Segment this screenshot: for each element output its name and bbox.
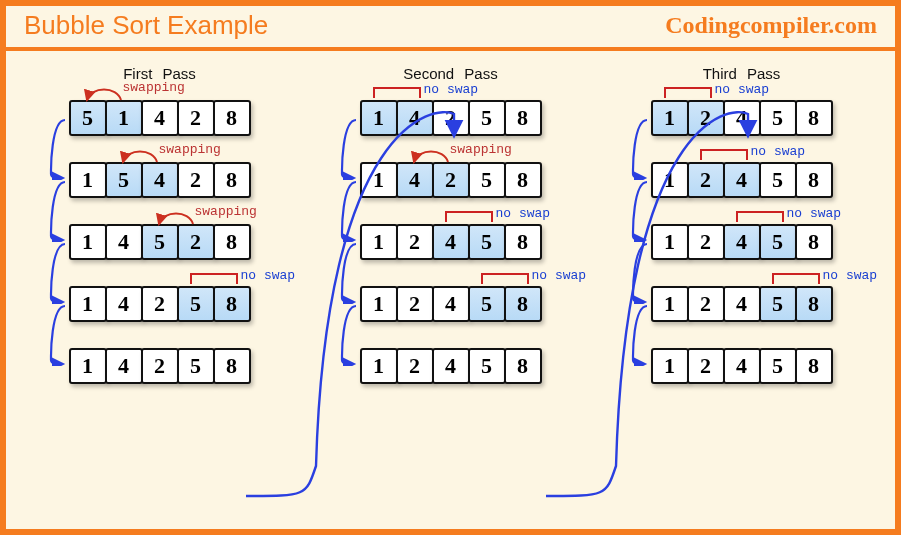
array-state: 51428swapping bbox=[69, 100, 251, 136]
array-cell: 2 bbox=[687, 162, 725, 198]
array-cell: 1 bbox=[651, 100, 689, 136]
flow-arrow-icon bbox=[338, 242, 362, 308]
array-cell: 5 bbox=[468, 348, 506, 384]
array-cell: 5 bbox=[105, 162, 143, 198]
array-cell: 5 bbox=[69, 100, 107, 136]
pass-title: Second Pass bbox=[403, 65, 497, 82]
array-state: 12458 bbox=[360, 348, 542, 384]
array-cell: 4 bbox=[723, 100, 761, 136]
array-cell: 4 bbox=[723, 286, 761, 322]
pass-title: Third Pass bbox=[703, 65, 781, 82]
array-cell: 4 bbox=[432, 348, 470, 384]
noswap-label: no swap bbox=[823, 268, 878, 283]
array-cell: 4 bbox=[105, 224, 143, 260]
array-cell: 2 bbox=[177, 224, 215, 260]
flow-arrow-icon bbox=[338, 118, 362, 184]
array-cell: 1 bbox=[651, 286, 689, 322]
array-cell: 5 bbox=[759, 348, 797, 384]
pass-column: First Pass51428swapping15428swapping1452… bbox=[20, 59, 299, 517]
array-cell: 8 bbox=[795, 348, 833, 384]
array-cell: 4 bbox=[723, 224, 761, 260]
array-state: 14258no swap bbox=[69, 286, 251, 322]
flow-arrow-icon bbox=[629, 242, 653, 308]
swap-label: swapping bbox=[159, 142, 221, 157]
array-cell: 1 bbox=[69, 162, 107, 198]
array-cell: 5 bbox=[759, 162, 797, 198]
array-cell: 5 bbox=[759, 286, 797, 322]
array-cell: 1 bbox=[360, 348, 398, 384]
array-cell: 2 bbox=[141, 348, 179, 384]
array-cell: 4 bbox=[141, 162, 179, 198]
noswap-label: no swap bbox=[241, 268, 296, 283]
array-state: 12458no swap bbox=[651, 286, 833, 322]
array-cell: 1 bbox=[69, 224, 107, 260]
flow-arrow-icon bbox=[47, 118, 71, 184]
array-cell: 8 bbox=[213, 162, 251, 198]
array-cell: 8 bbox=[504, 100, 542, 136]
flow-arrow-icon bbox=[47, 304, 71, 370]
array-cell: 5 bbox=[759, 100, 797, 136]
array-cell: 1 bbox=[651, 224, 689, 260]
array-cell: 8 bbox=[213, 100, 251, 136]
flow-arrow-icon bbox=[629, 180, 653, 246]
pass-column: Third Pass12458no swap12458no swap12458n… bbox=[602, 59, 881, 517]
array-cell: 5 bbox=[468, 100, 506, 136]
array-cell: 2 bbox=[177, 100, 215, 136]
array-cell: 1 bbox=[69, 348, 107, 384]
array-cell: 2 bbox=[687, 348, 725, 384]
array-cell: 4 bbox=[723, 162, 761, 198]
array-cell: 8 bbox=[795, 286, 833, 322]
array-cell: 2 bbox=[396, 224, 434, 260]
array-state: 12458 bbox=[651, 348, 833, 384]
array-cell: 8 bbox=[795, 224, 833, 260]
array-cell: 4 bbox=[141, 100, 179, 136]
flow-arrow-icon bbox=[47, 242, 71, 308]
array-cell: 1 bbox=[360, 224, 398, 260]
title-bar: Bubble Sort Example Codingcompiler.com bbox=[6, 6, 895, 51]
array-cell: 8 bbox=[504, 348, 542, 384]
array-cell: 2 bbox=[687, 286, 725, 322]
array-state: 12458no swap bbox=[360, 286, 542, 322]
array-cell: 1 bbox=[360, 162, 398, 198]
array-cell: 5 bbox=[468, 224, 506, 260]
array-cell: 4 bbox=[723, 348, 761, 384]
array-cell: 2 bbox=[396, 286, 434, 322]
array-state: 12458no swap bbox=[651, 224, 833, 260]
noswap-label: no swap bbox=[715, 82, 770, 97]
array-state: 12458no swap bbox=[651, 162, 833, 198]
array-cell: 4 bbox=[432, 286, 470, 322]
swap-label: swapping bbox=[195, 204, 257, 219]
diagram-title: Bubble Sort Example bbox=[24, 10, 268, 41]
array-cell: 4 bbox=[105, 348, 143, 384]
array-cell: 1 bbox=[651, 348, 689, 384]
array-state: 15428swapping bbox=[69, 162, 251, 198]
array-cell: 5 bbox=[141, 224, 179, 260]
flow-arrow-icon bbox=[47, 180, 71, 246]
array-state: 12458no swap bbox=[360, 224, 542, 260]
array-cell: 8 bbox=[795, 162, 833, 198]
array-state: 14258swapping bbox=[360, 162, 542, 198]
pass-column: Second Pass14258no swap14258swapping1245… bbox=[311, 59, 590, 517]
array-cell: 1 bbox=[360, 100, 398, 136]
flow-arrow-icon bbox=[629, 118, 653, 184]
array-state: 14528swapping bbox=[69, 224, 251, 260]
diagram-frame: Bubble Sort Example Codingcompiler.com F… bbox=[0, 0, 901, 535]
source-site: Codingcompiler.com bbox=[665, 12, 877, 39]
diagram-content: First Pass51428swapping15428swapping1452… bbox=[6, 51, 895, 529]
array-cell: 5 bbox=[468, 162, 506, 198]
array-state: 14258no swap bbox=[360, 100, 542, 136]
flow-arrow-icon bbox=[338, 180, 362, 246]
array-cell: 1 bbox=[360, 286, 398, 322]
array-cell: 1 bbox=[105, 100, 143, 136]
swap-label: swapping bbox=[450, 142, 512, 157]
noswap-label: no swap bbox=[787, 206, 842, 221]
array-cell: 1 bbox=[69, 286, 107, 322]
array-cell: 8 bbox=[504, 224, 542, 260]
flow-arrow-icon bbox=[338, 304, 362, 370]
array-cell: 5 bbox=[468, 286, 506, 322]
array-cell: 2 bbox=[687, 224, 725, 260]
array-cell: 2 bbox=[432, 100, 470, 136]
array-cell: 8 bbox=[795, 100, 833, 136]
swap-label: swapping bbox=[123, 80, 185, 95]
array-cell: 2 bbox=[177, 162, 215, 198]
